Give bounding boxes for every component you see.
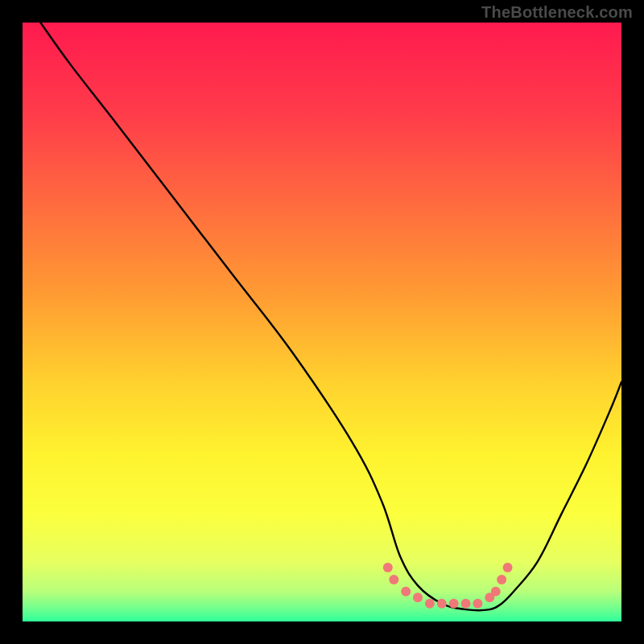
marker-dot — [383, 563, 393, 572]
marker-dot — [437, 599, 447, 609]
marker-dot — [503, 563, 513, 572]
marker-dot — [425, 599, 435, 609]
chart-frame: TheBottleneck.com — [0, 0, 644, 644]
attribution-text: TheBottleneck.com — [481, 3, 633, 22]
marker-dot — [389, 575, 398, 584]
chart-svg — [23, 23, 621, 621]
marker-dot — [413, 592, 423, 602]
marker-dot — [401, 587, 411, 597]
marker-dot — [497, 575, 506, 584]
chart-background-gradient — [23, 23, 621, 621]
marker-dot — [461, 599, 471, 609]
marker-dot — [491, 587, 501, 597]
marker-dot — [449, 599, 459, 609]
marker-dot — [473, 599, 482, 609]
chart-plot-area — [23, 23, 621, 621]
